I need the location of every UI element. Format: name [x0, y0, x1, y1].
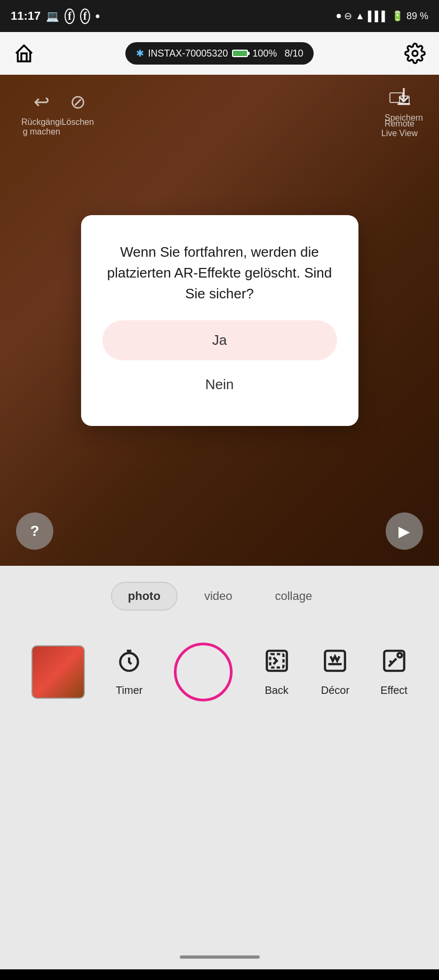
settings-button[interactable] — [402, 40, 428, 67]
device-name: INSTAX-70005320 — [148, 48, 228, 59]
device-battery-indicator — [232, 50, 248, 57]
back-icon — [264, 647, 290, 679]
wifi-icon: ▲ — [355, 11, 365, 22]
home-indicator — [180, 955, 260, 959]
mode-tabs: photo video collage — [0, 566, 439, 621]
shutter-button[interactable] — [174, 643, 233, 701]
battery-icon: 🔋 — [392, 10, 403, 22]
timer-control[interactable]: Timer — [116, 647, 142, 697]
app-header: ✱ INSTAX-70005320 100% 8/10 — [0, 32, 439, 75]
dialog-buttons: Ja Nein — [102, 320, 337, 405]
confirm-yes-button[interactable]: Ja — [102, 320, 337, 360]
effect-icon — [381, 647, 408, 679]
dot-indicator: • — [95, 9, 100, 23]
svg-rect-6 — [325, 651, 346, 671]
dnd-icon: ⊖ — [344, 10, 352, 22]
dialog-message: Wenn Sie fortfahren, werden die platzier… — [102, 242, 337, 304]
camera-controls: Timer Back — [0, 632, 439, 712]
facebook-icon-1: f — [65, 9, 75, 24]
teams-icon: 💻 — [46, 10, 59, 22]
decor-control[interactable]: Décor — [321, 647, 349, 697]
camera-viewfinder: ↩ Rückgängig machen ⊘ Löschen RemoteLive… — [0, 75, 439, 566]
tab-photo[interactable]: photo — [111, 582, 178, 611]
facebook-icon-2: f — [80, 9, 90, 24]
svg-point-8 — [397, 653, 402, 657]
status-bar: 11:17 💻 f f • ⊖ ▲ ▌▌▌ 🔋 89 % — [0, 0, 439, 32]
bottom-area: photo video collage Timer — [0, 566, 439, 969]
decor-label: Décor — [321, 684, 349, 697]
signal-icon: ▌▌▌ — [368, 11, 388, 22]
decor-icon — [322, 647, 348, 679]
tab-collage[interactable]: collage — [259, 583, 328, 610]
confirmation-dialog: Wenn Sie fortfahren, werden die platzier… — [81, 215, 358, 426]
notification-dot — [337, 14, 341, 18]
device-battery-level: 100% — [252, 48, 277, 59]
back-label: Back — [265, 684, 288, 697]
timer-label: Timer — [116, 684, 142, 697]
svg-point-0 — [412, 51, 418, 56]
effect-label: Effect — [380, 684, 408, 697]
tab-video[interactable]: video — [188, 583, 249, 610]
timer-icon — [116, 647, 142, 679]
home-button[interactable] — [11, 40, 37, 67]
bluetooth-icon: ✱ — [136, 48, 144, 59]
confirm-no-button[interactable]: Nein — [102, 365, 337, 405]
back-control[interactable]: Back — [264, 647, 290, 697]
film-count: 8/10 — [284, 48, 303, 59]
photo-thumbnail[interactable] — [31, 645, 85, 699]
status-time: 11:17 — [11, 9, 41, 23]
device-info-pill[interactable]: ✱ INSTAX-70005320 100% 8/10 — [125, 42, 314, 65]
shutter-inner — [180, 649, 227, 696]
effect-control[interactable]: Effect — [380, 647, 408, 697]
dialog-overlay: Wenn Sie fortfahren, werden die platzier… — [0, 75, 439, 566]
battery-percent: 89 % — [406, 11, 428, 22]
